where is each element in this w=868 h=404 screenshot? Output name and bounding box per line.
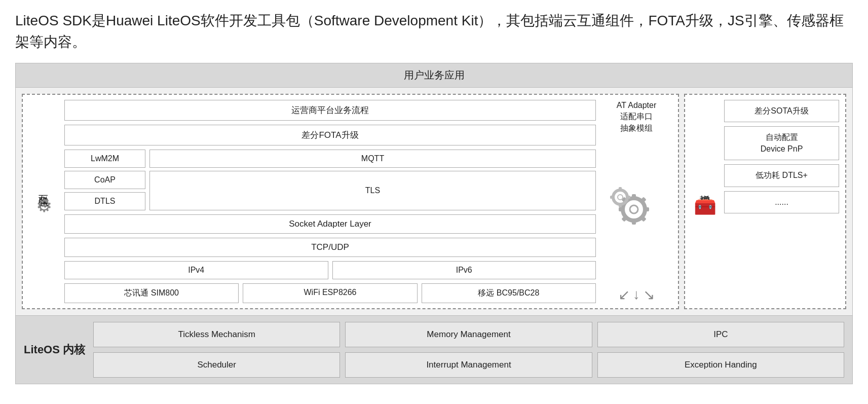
gears-visual xyxy=(606,183,667,236)
tls-box: TLS xyxy=(149,171,596,210)
mqtt-box: MQTT xyxy=(149,150,596,168)
svg-rect-14 xyxy=(610,196,615,199)
kernel-grid: Tickless Mechanism Memory Management IPC… xyxy=(93,322,844,378)
kernel-box-exception: Exception Handing xyxy=(597,352,844,378)
svg-point-1 xyxy=(630,205,638,213)
top-bar: 用户业务应用 xyxy=(16,63,852,88)
ip-row: IPv4 IPv6 xyxy=(64,261,596,279)
right-dashed-box: 增强组件 🧰 差分SOTA升级 自动配置 Device PnP 低功耗 DTLS… xyxy=(684,94,846,309)
svg-rect-3 xyxy=(632,218,636,225)
lwm2m-box: LwM2M xyxy=(64,150,145,168)
svg-point-11 xyxy=(618,195,623,200)
right-content: 差分SOTA升级 自动配置 Device PnP 低功耗 DTLS+ .....… xyxy=(724,100,839,303)
gear-icon: ⚙ xyxy=(36,195,52,216)
protocol-row: LwM2M CoAP DTLS MQTT TLS xyxy=(64,150,596,210)
sota-box: 差分SOTA升级 xyxy=(724,100,839,122)
svg-rect-5 xyxy=(643,207,649,211)
at-adapter-subtitle: 适配串口 xyxy=(620,112,653,121)
toolbox-icon: 🧰 xyxy=(694,195,716,216)
at-adapter-text: AT Adapter 适配串口 抽象模组 xyxy=(617,100,657,134)
left-dashed-box: 互联组件 ⚙ 运营商平台业务流程 差分FOTA升级 LwM2M CoAP DTL… xyxy=(22,94,679,309)
kernel-box-memory: Memory Management xyxy=(345,322,592,347)
protocol-left: LwM2M CoAP DTLS xyxy=(64,150,145,210)
device-pnp-box: 自动配置 Device PnP xyxy=(724,126,839,160)
right-label: 增强组件 🧰 xyxy=(691,100,719,303)
sim800-box: 芯讯通 SIM800 xyxy=(64,283,239,303)
tcp-box: TCP/UDP xyxy=(64,238,596,257)
at-adapter-title: AT Adapter xyxy=(617,101,657,109)
left-label: 互联组件 ⚙ xyxy=(29,100,59,303)
coap-box: CoAP xyxy=(64,171,145,189)
row-fota: 差分FOTA升级 xyxy=(64,125,596,145)
kernel-box-tickless: Tickless Mechanism xyxy=(93,322,340,347)
增强组件-label: 增强组件 xyxy=(691,187,719,191)
row-yys: 运营商平台业务流程 xyxy=(64,100,596,121)
svg-rect-4 xyxy=(619,207,625,211)
ipv6-box: IPv6 xyxy=(332,261,596,279)
more-box: ...... xyxy=(724,191,839,213)
intro-text: LiteOS SDK是Huawei LiteOS软件开发工具包（Software… xyxy=(15,10,853,53)
svg-rect-13 xyxy=(619,203,622,207)
left-content: 运营商平台业务流程 差分FOTA升级 LwM2M CoAP DTLS MQTT … xyxy=(64,100,596,303)
dtls-box: DTLS xyxy=(64,192,145,210)
at-adapter-col: AT Adapter 适配串口 抽象模组 xyxy=(601,100,672,303)
svg-rect-15 xyxy=(626,196,630,199)
dtls-plus-box: 低功耗 DTLS+ xyxy=(724,164,839,187)
kernel-box-interrupt: Interrupt Management xyxy=(345,352,592,378)
hw-row: 芯讯通 SIM800 WiFi ESP8266 移远 BC95/BC28 xyxy=(64,283,596,303)
esp8266-box: WiFi ESP8266 xyxy=(243,283,417,303)
kernel-box-ipc: IPC xyxy=(597,322,844,347)
kernel-label: LiteOS 内核 xyxy=(24,322,85,378)
bottom-section: LiteOS 内核 Tickless Mechanism Memory Mana… xyxy=(16,316,852,384)
socket-box: Socket Adapter Layer xyxy=(64,214,596,234)
svg-rect-12 xyxy=(619,187,622,192)
ipv4-box: IPv4 xyxy=(64,261,328,279)
svg-rect-2 xyxy=(632,194,636,200)
diagram-wrapper: 用户业务应用 互联组件 ⚙ 运营商平台业务流程 差分FOTA升级 LwM2M xyxy=(15,63,853,384)
互联组件-label: 互联组件 xyxy=(29,187,59,191)
kernel-box-scheduler: Scheduler xyxy=(93,352,340,378)
protocol-right: MQTT TLS xyxy=(149,150,596,210)
at-adapter-subtitle2: 抽象模组 xyxy=(620,124,653,132)
bc95-box: 移远 BC95/BC28 xyxy=(422,283,596,303)
arrows-visual: ↙↓↘ xyxy=(618,286,655,303)
middle-section: 互联组件 ⚙ 运营商平台业务流程 差分FOTA升级 LwM2M CoAP DTL… xyxy=(16,88,852,316)
